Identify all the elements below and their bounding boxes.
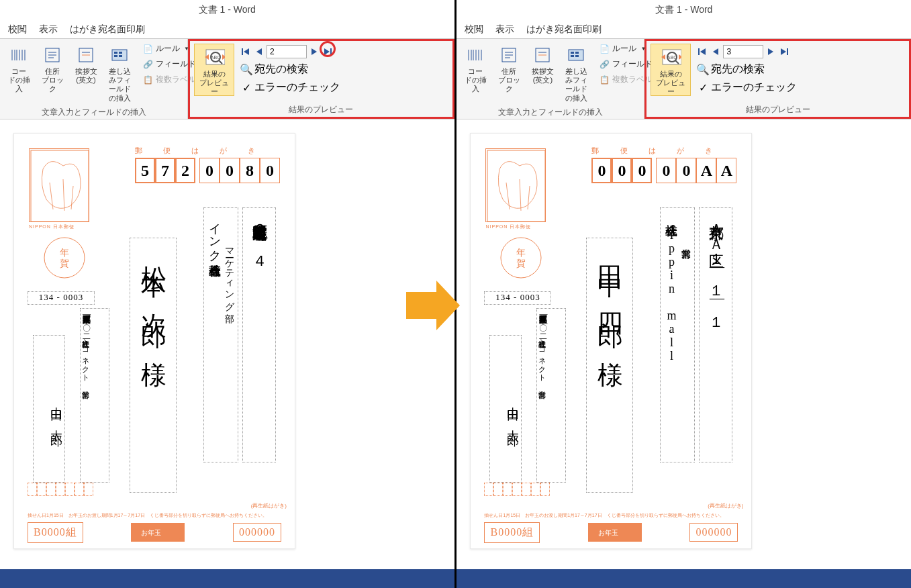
otoshidama-icon: お年玉 (588, 523, 642, 542)
update-labels-icon: 📋 (142, 75, 153, 85)
stamp-image (29, 148, 89, 222)
hagaki-postcard: NIPPON 日本郵便 年賀 郵 便 は が き 5 7 2 0 0 8 0 大… (13, 133, 295, 549)
stamp-image (485, 148, 546, 222)
sender-address[interactable]: 東京都江戸川区春江町五―〇―二 株式会社シー・コネクト 営業部 (536, 308, 566, 483)
lottery-row: B0000組 お年玉 000000 (484, 522, 738, 543)
recipient-name[interactable]: 田中 四郎 様 (586, 238, 633, 493)
address-block-button[interactable]: 住所 ブロック (494, 42, 524, 105)
svg-marker-63 (768, 48, 773, 55)
tab-view[interactable]: 表示 (495, 23, 514, 36)
status-bar (0, 569, 454, 588)
postal-digit: 2 (175, 158, 195, 183)
svg-rect-52 (571, 55, 574, 57)
sender-postal[interactable]: 134 - 0003 (484, 291, 551, 305)
svg-text:お年玉: お年玉 (598, 529, 618, 536)
address-block-icon (498, 44, 520, 66)
recipient-address[interactable]: 大阪府寝屋川市香里北之町２―４ (242, 207, 276, 462)
tab-hagaki[interactable]: はがき宛名面印刷 (70, 23, 145, 36)
ribbon-group-label-fields: 文章入力とフィールドの挿入 (4, 105, 183, 119)
document-area: NIPPON 日本郵便 年賀 郵 便 は が き 0 0 0 0 0 A A 東… (457, 119, 911, 562)
svg-text:年: 年 (516, 247, 526, 258)
ribbon-group-label-preview: 結果のプレビュー (651, 103, 905, 117)
recipient-company[interactable]: インク革命株式会社 マーケティング部 (203, 207, 238, 462)
lottery-footer-text: 抽せん日1月15日 お年玉のお渡し期間1月17～7月17日 くじ番号部分を切り取… (484, 512, 738, 519)
merge-field-icon (565, 44, 587, 66)
postal-digit: 0 (676, 158, 696, 183)
insert-merge-field-button[interactable]: 差し込みフィールド の挿入 (105, 42, 134, 105)
barcode-insert-button[interactable]: コー ドの挿入 (4, 42, 34, 105)
left-pane: 文書 1 - Word 校閲 表示 はがき宛名面印刷 コー ドの挿入 住所 ブロ… (0, 0, 454, 588)
address-block-button[interactable]: 住所 ブロック (38, 42, 67, 105)
next-record-button[interactable] (765, 46, 777, 58)
match-fields-icon: 🔗 (599, 59, 610, 70)
yuubin-hagaki-label: 郵 便 は が き (591, 146, 721, 156)
svg-rect-14 (114, 52, 117, 54)
status-bar (457, 569, 911, 588)
postal-digit: 7 (155, 158, 175, 183)
check-errors-button[interactable]: ✓エラーのチェック (238, 79, 343, 96)
svg-rect-15 (119, 52, 122, 54)
greeting-icon (75, 44, 97, 66)
sender-address[interactable]: 東京都江戸川区春江町五―〇―二 株式会社シー・コネクト 営業部 (80, 308, 109, 483)
svg-rect-50 (571, 52, 574, 54)
recipient-name[interactable]: 松本 次郎 様 (130, 238, 177, 493)
recipient-address[interactable]: 東京都ＡＡ区１―１―１ (699, 207, 732, 462)
svg-marker-62 (713, 48, 718, 55)
postal-digit: 0 (612, 158, 632, 183)
postal-digit: 0 (656, 158, 676, 183)
otoshidama-icon: お年玉 (131, 523, 185, 542)
greeting-line-button[interactable]: 挨拶文 (英文) (528, 42, 557, 105)
update-labels-icon: 📋 (599, 75, 610, 85)
prev-record-button[interactable] (710, 46, 722, 58)
last-record-button[interactable] (322, 46, 334, 58)
app-title: 文書 1 - Word (199, 4, 256, 16)
ribbon-tabs: 校閲 表示 はがき宛名面印刷 (0, 20, 454, 39)
address-block-icon (42, 44, 63, 66)
first-record-button[interactable] (240, 46, 252, 58)
preview-results-group: ABC 結果の プレビュー 🔍宛先の検索 ✓エラーのチェック (644, 39, 911, 119)
svg-marker-25 (244, 48, 249, 55)
preview-results-button[interactable]: ABC 結果の プレビュー (651, 44, 691, 96)
record-number-input[interactable] (267, 45, 307, 58)
sender-name[interactable]: 山田 太郎 (489, 335, 522, 483)
barcode-insert-button[interactable]: コー ドの挿入 (461, 42, 490, 105)
lottery-row: B0000組 お年玉 000000 (28, 522, 281, 543)
ribbon-group-label-fields: 文章入力とフィールドの挿入 (461, 105, 640, 119)
tab-review[interactable]: 校閲 (8, 23, 27, 36)
find-recipient-button[interactable]: 🔍宛先の検索 (695, 61, 800, 78)
first-record-button[interactable] (696, 46, 708, 58)
tab-hagaki[interactable]: はがき宛名面印刷 (526, 23, 602, 36)
check-errors-icon: ✓ (241, 83, 252, 93)
record-number-input[interactable] (723, 45, 763, 58)
preview-results-group: ABC 結果の プレビュー 🔍宛先の検索 ✓エラーのチェック (188, 39, 454, 119)
lottery-group: B0000組 (484, 522, 540, 543)
tab-view[interactable]: 表示 (39, 23, 58, 36)
tab-review[interactable]: 校閲 (465, 23, 483, 36)
recipient-company[interactable]: 株式会社 Ippin mall 営業部 (660, 207, 695, 462)
match-fields-icon: 🔗 (142, 59, 153, 70)
document-area: NIPPON 日本郵便 年賀 郵 便 は が き 5 7 2 0 0 8 0 大… (0, 119, 454, 562)
prev-record-button[interactable] (253, 46, 265, 58)
ribbon: コー ドの挿入 住所 ブロック 挨拶文 (英文) 差し込みフィールド の挿入 (457, 39, 911, 119)
next-record-button[interactable] (308, 46, 320, 58)
insert-merge-field-button[interactable]: 差し込みフィールド の挿入 (561, 42, 591, 105)
recycled-label: (再生紙はがき) (708, 502, 743, 509)
stamp-area: NIPPON 日本郵便 (485, 148, 553, 236)
postal-digit: 0 (220, 158, 240, 183)
preview-results-button[interactable]: ABC 結果の プレビュー (194, 44, 234, 96)
nenga-mark: 年賀 (497, 234, 544, 281)
last-record-button[interactable] (778, 46, 790, 58)
titlebar: 文書 1 - Word (0, 0, 454, 20)
transition-arrow-icon (403, 275, 463, 336)
svg-rect-29 (330, 48, 332, 55)
svg-rect-53 (575, 55, 579, 57)
svg-text:賀: 賀 (516, 258, 526, 268)
find-recipient-button[interactable]: 🔍宛先の検索 (238, 61, 343, 78)
greeting-line-button[interactable]: 挨拶文 (英文) (71, 42, 101, 105)
sender-name[interactable]: 山田 太郎 (33, 335, 65, 483)
stamp-area: NIPPON 日本郵便 (29, 148, 96, 236)
check-errors-button[interactable]: ✓エラーのチェック (695, 79, 800, 96)
nippon-label: NIPPON 日本郵便 (485, 224, 553, 230)
sender-postal[interactable]: 134 - 0003 (28, 291, 95, 305)
search-icon: 🔍 (241, 64, 252, 75)
